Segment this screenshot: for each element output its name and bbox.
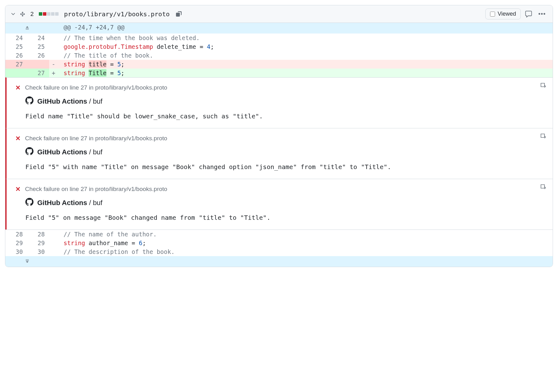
line-number-old[interactable]: 28 <box>5 230 27 239</box>
file-menu-kebab[interactable]: ••• <box>536 10 548 18</box>
line-number-old[interactable]: 30 <box>5 247 27 256</box>
check-annotation: ✕Check failure on line 27 in proto/libra… <box>5 77 553 128</box>
diffstat-del-square <box>43 12 46 16</box>
failure-x-icon: ✕ <box>15 185 21 193</box>
diff-line: 2828// The name of the author. <box>5 230 553 239</box>
line-number-new[interactable]: 29 <box>27 239 49 247</box>
line-number-old[interactable]: 26 <box>5 51 27 60</box>
viewed-checkbox[interactable] <box>490 12 495 17</box>
collapse-toggle-icon[interactable] <box>10 11 16 17</box>
diff-table: @@ -24,7 +24,7 @@ 2424// The time when t… <box>5 23 553 77</box>
line-number-new[interactable]: 28 <box>27 230 49 239</box>
expand-down-button[interactable] <box>5 256 49 267</box>
diffstat-add-square <box>39 12 42 16</box>
code-cell[interactable]: string title = 5; <box>58 60 553 69</box>
viewed-toggle[interactable]: Viewed <box>485 8 521 19</box>
diff-table-after: 2828// The name of the author.2929string… <box>5 230 553 267</box>
annotation-header: Check failure on line 27 in proto/librar… <box>25 135 167 142</box>
code-cell[interactable]: string Title = 5; <box>58 69 553 77</box>
annotation-source[interactable]: GitHub Actions / buf <box>37 148 102 156</box>
diff-line: 2424// The time when the book was delete… <box>5 34 553 42</box>
annotation-message: Field name "Title" should be lower_snake… <box>25 112 544 120</box>
diff-line: 2626// The title of the book. <box>5 51 553 60</box>
expand-up-button[interactable] <box>5 23 49 34</box>
line-number-old[interactable]: 25 <box>5 42 27 51</box>
code-cell[interactable]: // The title of the book. <box>58 51 553 60</box>
change-count: 2 <box>29 11 35 18</box>
failure-x-icon: ✕ <box>15 84 21 91</box>
annotation-message: Field "5" on message "Book" changed name… <box>25 214 544 221</box>
github-logo-icon <box>25 198 34 208</box>
annotation-action-icon[interactable] <box>540 183 546 191</box>
code-cell[interactable]: google.protobuf.Timestamp delete_time = … <box>58 42 553 51</box>
annotation-header: Check failure on line 27 in proto/librar… <box>25 186 167 193</box>
annotation-header: Check failure on line 27 in proto/librar… <box>25 84 167 91</box>
check-annotation: ✕Check failure on line 27 in proto/libra… <box>5 179 553 230</box>
annotation-action-icon[interactable] <box>540 82 546 90</box>
diffstat <box>39 12 59 16</box>
diff-line: 3030// The description of the book. <box>5 247 553 256</box>
line-number-old[interactable]: 29 <box>5 239 27 247</box>
diffstat-neutral-square <box>55 12 59 16</box>
line-number-new[interactable] <box>27 60 49 69</box>
diffstat-neutral-square <box>51 12 54 16</box>
comment-icon[interactable] <box>525 11 532 18</box>
line-number-old[interactable] <box>5 69 27 77</box>
line-number-new[interactable]: 25 <box>27 42 49 51</box>
code-cell[interactable]: string author_name = 6; <box>58 239 553 247</box>
copy-path-icon[interactable] <box>176 11 182 17</box>
failure-x-icon: ✕ <box>15 135 21 142</box>
diff-line: 2929string author_name = 6; <box>5 239 553 247</box>
line-number-old[interactable]: 24 <box>5 34 27 42</box>
diff-marker <box>49 51 58 60</box>
file-diff-container: 2 proto/library/v1/books.proto Viewed ••… <box>5 5 553 267</box>
diff-line: 27-string title = 5; <box>5 60 553 69</box>
annotation-source[interactable]: GitHub Actions / buf <box>37 199 102 207</box>
expand-all-icon[interactable] <box>20 11 25 17</box>
hunk-header-row: @@ -24,7 +24,7 @@ <box>5 23 553 34</box>
line-number-new[interactable]: 30 <box>27 247 49 256</box>
line-number-new[interactable]: 24 <box>27 34 49 42</box>
diff-marker <box>49 247 58 256</box>
hunk-header-text: @@ -24,7 +24,7 @@ <box>58 23 553 34</box>
file-path[interactable]: proto/library/v1/books.proto <box>64 10 170 18</box>
diff-line: 2525google.protobuf.Timestamp delete_tim… <box>5 42 553 51</box>
diff-marker <box>49 34 58 42</box>
github-logo-icon <box>25 96 34 106</box>
diffstat-neutral-square <box>47 12 50 16</box>
annotation-message: Field "5" with name "Title" on message "… <box>25 163 544 171</box>
github-logo-icon <box>25 147 34 157</box>
expand-down-row <box>5 256 553 267</box>
code-cell[interactable]: // The time when the book was deleted. <box>58 34 553 42</box>
diff-marker <box>49 239 58 247</box>
annotation-action-icon[interactable] <box>540 133 546 141</box>
annotation-source[interactable]: GitHub Actions / buf <box>37 97 102 106</box>
file-header: 2 proto/library/v1/books.proto Viewed ••… <box>5 5 553 23</box>
diff-line: 27+string Title = 5; <box>5 69 553 77</box>
check-annotation: ✕Check failure on line 27 in proto/libra… <box>5 128 553 179</box>
line-number-new[interactable]: 26 <box>27 51 49 60</box>
diff-marker <box>49 42 58 51</box>
line-number-new[interactable]: 27 <box>27 69 49 77</box>
line-number-old[interactable]: 27 <box>5 60 27 69</box>
viewed-label: Viewed <box>498 11 516 17</box>
code-cell[interactable]: // The description of the book. <box>58 247 553 256</box>
diff-marker: - <box>49 60 58 69</box>
code-cell[interactable]: // The name of the author. <box>58 230 553 239</box>
diff-marker: + <box>49 69 58 77</box>
diff-marker <box>49 230 58 239</box>
